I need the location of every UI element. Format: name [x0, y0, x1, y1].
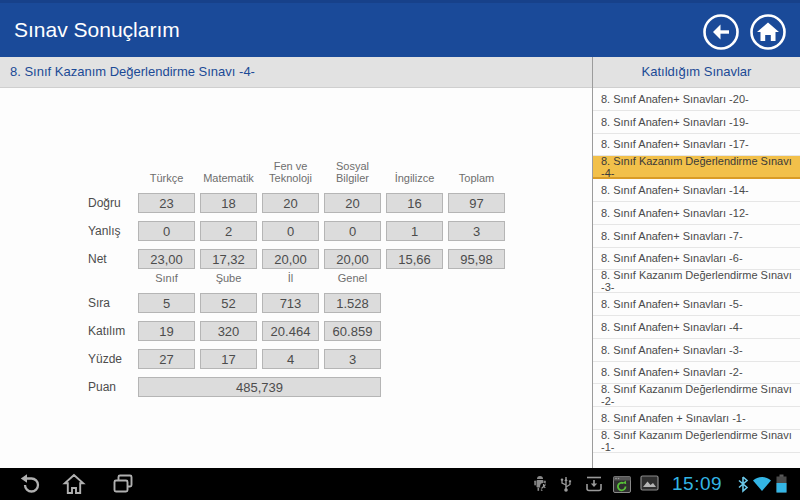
table-cell: 1.528	[324, 293, 381, 313]
column-header: Fen ve Teknoloji	[262, 160, 319, 185]
row-label: Yüzde	[88, 349, 133, 369]
exam-list-item-selected[interactable]: 8. Sınıf Kazanım Değerlendirme Sınavı -4…	[593, 156, 800, 179]
table-cell: 27	[138, 349, 195, 369]
table-cell: 0	[324, 221, 381, 241]
table-cell: 20.464	[262, 321, 319, 341]
app-screen: Sınav Sonuçlarım 8. Sınıf Kazanım Değerl…	[0, 0, 800, 500]
column-header: Sosyal Bilgiler	[324, 160, 381, 185]
table-cell: 52	[200, 293, 257, 313]
table-cell: 0	[138, 221, 195, 241]
column-header: Şube	[200, 272, 257, 285]
corner-spacer	[88, 160, 133, 185]
sidebar-title: Katıldığım Sınavlar	[593, 57, 800, 87]
exam-list-item[interactable]: 8. Sınıf Anafen+ Sınavları -7-	[593, 225, 800, 248]
system-home-button[interactable]	[62, 473, 86, 499]
table-cell: 5	[138, 293, 195, 313]
table-cell: 15,66	[386, 249, 443, 269]
exam-list-item[interactable]: 8. Sınıf Anafen+ Sınavları -3-	[593, 339, 800, 362]
table-cell: 23	[138, 193, 195, 213]
action-bar: Sınav Sonuçlarım	[0, 0, 800, 57]
table-cell: 20,00	[324, 249, 381, 269]
home-icon	[748, 38, 788, 55]
score-cell: 485,739	[138, 377, 381, 397]
corner-spacer	[88, 272, 133, 285]
exam-list-item[interactable]: 8. Sınıf Anafen+ Sınavları -2-	[593, 362, 800, 385]
table-cell: 19	[138, 321, 195, 341]
exam-list-item[interactable]: 8. Sınıf Anafen+ Sınavları -4-	[593, 316, 800, 339]
gallery-icon	[640, 475, 659, 495]
exam-list-item[interactable]: 8. Sınıf Anafen+ Sınavları -20-	[593, 88, 800, 111]
column-header: Matematik	[200, 160, 257, 185]
exam-subheader: 8. Sınıf Kazanım Değerlendirme Sınavı -4…	[10, 57, 255, 87]
nav-back-icon	[17, 481, 41, 498]
column-header: Sınıf	[138, 272, 195, 285]
system-back-button[interactable]	[17, 473, 41, 499]
exam-list-item[interactable]: 8. Sınıf Anafen+ Sınavları -5-	[593, 293, 800, 316]
usb-debugging-icon	[531, 475, 549, 497]
home-button[interactable]	[748, 12, 788, 52]
back-arrow-icon	[701, 38, 741, 55]
nav-home-icon	[62, 481, 86, 498]
table-cell: 60.859	[324, 321, 381, 341]
subjects-results-table: Türkçe Matematik Fen ve Teknoloji Sosyal…	[88, 160, 505, 269]
exam-list-item[interactable]: 8. Sınıf Anafen+ Sınavları -12-	[593, 202, 800, 225]
download-tray-icon	[584, 475, 604, 497]
table-cell: 20	[324, 193, 381, 213]
table-cell: 95,98	[448, 249, 505, 269]
column-header: Genel	[324, 272, 381, 285]
table-cell: 97	[448, 193, 505, 213]
status-clock: 15:09	[672, 473, 722, 495]
row-label: Doğru	[88, 193, 133, 213]
exam-list-item[interactable]: 8. Sınıf Anafen+ Sınavları -14-	[593, 179, 800, 202]
usb-connected-icon	[559, 475, 573, 497]
exam-list-item[interactable]: 8. Sınıf Anafen+ Sınavları -6-	[593, 248, 800, 271]
table-cell: 17	[200, 349, 257, 369]
exam-list-item[interactable]: 8. Sınıf Anafen+ Sınavları -17-	[593, 134, 800, 157]
score-row-label: Puan	[88, 377, 133, 397]
page-title: Sınav Sonuçlarım	[14, 3, 180, 57]
table-cell: 3	[448, 221, 505, 241]
table-cell: 16	[386, 193, 443, 213]
exam-list-item[interactable]: 8. Sınıf Anafen+ Sınavları -19-	[593, 111, 800, 134]
table-cell: 20,00	[262, 249, 319, 269]
row-label: Sıra	[88, 293, 133, 313]
exam-list-item[interactable]: 8. Sınıf Kazanım Değerlendirme Sınavı -3…	[593, 270, 800, 293]
exam-list: 8. Sınıf Anafen+ Sınavları -20- 8. Sınıf…	[593, 88, 800, 468]
nav-recents-icon	[111, 481, 135, 498]
header-band: 8. Sınıf Kazanım Değerlendirme Sınavı -4…	[0, 57, 800, 88]
row-label: Katılım	[88, 321, 133, 341]
table-cell: 320	[200, 321, 257, 341]
battery-icon	[776, 474, 787, 497]
table-cell: 23,00	[138, 249, 195, 269]
app-update-icon	[612, 475, 632, 498]
exam-list-item[interactable]: 8. Sınıf Anafen + Sınavları -1-	[593, 407, 800, 430]
exam-list-item[interactable]: 8. Sınıf Kazanım Değerlendirme Sınavı -2…	[593, 384, 800, 407]
table-cell: 4	[262, 349, 319, 369]
table-cell: 2	[200, 221, 257, 241]
table-cell: 3	[324, 349, 381, 369]
column-header: İl	[262, 272, 319, 285]
ranking-table: Sınıf Şube İl Genel Sıra 5 52 713 1.528 …	[88, 272, 381, 397]
table-cell: 20	[262, 193, 319, 213]
column-header: Türkçe	[138, 160, 195, 185]
system-navbar: 15:09	[0, 468, 800, 500]
wifi-icon	[752, 475, 772, 496]
column-header: Toplam	[448, 160, 505, 185]
system-recents-button[interactable]	[111, 473, 135, 499]
row-label: Net	[88, 249, 133, 269]
back-button[interactable]	[701, 12, 741, 52]
row-label: Yanlış	[88, 221, 133, 241]
table-cell: 17,32	[200, 249, 257, 269]
bluetooth-icon	[737, 475, 749, 497]
table-cell: 0	[262, 221, 319, 241]
table-cell: 713	[262, 293, 319, 313]
exam-list-item[interactable]: 8. Sınıf Kazanım Değerlendirme Sınavı -1…	[593, 430, 800, 453]
table-cell: 18	[200, 193, 257, 213]
column-header: İngilizce	[386, 160, 443, 185]
table-cell: 1	[386, 221, 443, 241]
